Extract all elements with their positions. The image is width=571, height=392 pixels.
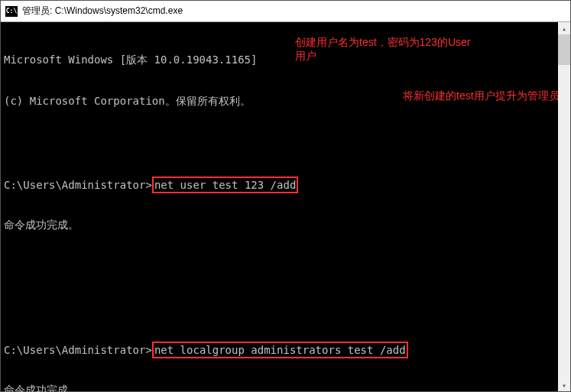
blank-line — [4, 300, 567, 314]
success-line-2: 命令成功完成。 — [4, 383, 567, 392]
terminal-area[interactable]: Microsoft Windows [版本 10.0.19043.1165] (… — [1, 22, 570, 392]
prompt-line-2: C:\Users\Administrator>net localgroup ad… — [4, 342, 567, 355]
blank-line — [4, 135, 567, 149]
blank-line — [4, 259, 567, 273]
titlebar[interactable]: C:\ 管理员: C:\Windows\system32\cmd.exe — [1, 1, 570, 22]
annotation-1: 创建用户名为test，密码为123的User用户 — [295, 35, 471, 63]
prompt-path: C:\Users\Administrator> — [4, 179, 152, 191]
prompt-line-1: C:\Users\Administrator>net user test 123… — [4, 177, 567, 190]
prompt-path: C:\Users\Administrator> — [4, 344, 152, 356]
scroll-thumb[interactable] — [558, 34, 570, 65]
annotation-2: 将新创建的test用户提升为管理员 — [403, 89, 571, 102]
scroll-up-button[interactable]: ▴ — [558, 22, 570, 34]
vertical-scrollbar[interactable]: ▴ ▾ — [558, 22, 570, 391]
window-title: 管理员: C:\Windows\system32\cmd.exe — [22, 5, 183, 18]
header-line: Microsoft Windows [版本 10.0.19043.1165] — [4, 53, 567, 66]
success-line-1: 命令成功完成。 — [4, 218, 567, 232]
scroll-down-button[interactable]: ▾ — [558, 379, 570, 391]
command-1-box: net user test 123 /add — [152, 177, 298, 193]
cmd-window: C:\ 管理员: C:\Windows\system32\cmd.exe Mic… — [0, 0, 571, 392]
command-2-box: net localgroup administrators test /add — [152, 342, 408, 358]
cmd-icon: C:\ — [5, 6, 18, 17]
